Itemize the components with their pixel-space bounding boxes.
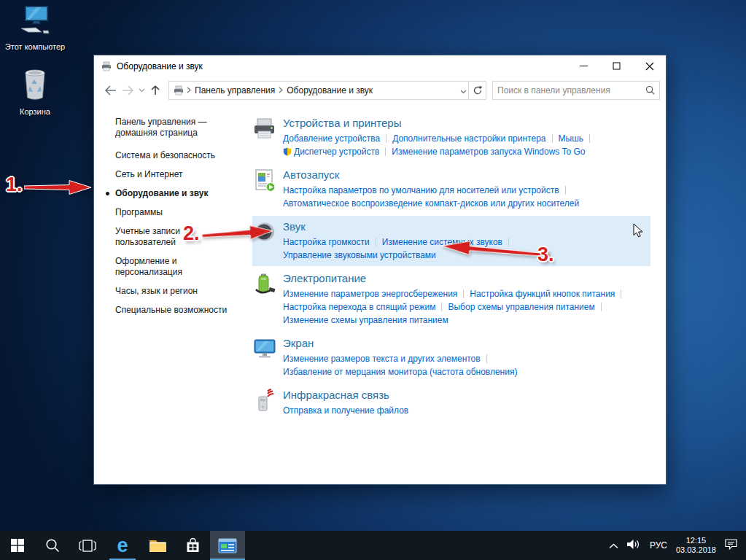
system-tray: РУС 12:15 03.03.2018 <box>609 531 746 560</box>
maximize-button[interactable] <box>600 55 633 77</box>
section-title[interactable]: Экран <box>283 336 517 351</box>
section-body: Инфракрасная связьОтправка и получение ф… <box>283 388 408 417</box>
section-link[interactable]: Изменение размеров текста и других элеме… <box>283 354 481 364</box>
control-panel-window: Оборудование и звук Панель управления Об… <box>93 55 667 485</box>
navigation-toolbar: Панель управления Оборудование и звук <box>94 77 666 104</box>
window-title: Оборудование и звук <box>117 61 567 71</box>
refresh-button[interactable] <box>469 81 486 100</box>
section-link[interactable]: Настройка функций кнопок питания <box>470 289 615 299</box>
section-link[interactable]: Мышь <box>559 133 584 144</box>
section-title[interactable]: Инфракрасная связь <box>283 388 408 402</box>
taskbar: e РУС 12:15 03.03.2018 <box>0 531 746 560</box>
search-box[interactable] <box>492 81 660 100</box>
sidebar-item-label: Оборудование и звук <box>115 188 209 198</box>
sidebar-item-label: Учетные записи пользователей <box>115 226 180 247</box>
section-title[interactable]: Автозапуск <box>283 168 579 182</box>
section-link-row: Автоматическое воспроизведение компакт-д… <box>283 197 579 210</box>
sidebar-item[interactable]: Часы, язык и регион <box>115 286 238 297</box>
section-link[interactable]: Избавление от мерцания монитора (частота… <box>283 367 517 377</box>
section-title[interactable]: Электропитание <box>283 271 627 286</box>
minimize-button[interactable] <box>567 55 600 77</box>
devices-printers-icon[interactable] <box>252 116 277 141</box>
taskbar-start-button[interactable] <box>0 531 35 560</box>
section-link[interactable]: Изменение схемы управления питанием <box>283 315 448 325</box>
section-link[interactable]: Автоматическое воспроизведение компакт-д… <box>283 198 579 209</box>
breadcrumb-hardware-sound[interactable]: Оборудование и звук <box>285 85 374 96</box>
section-body: ЭлектропитаниеИзменение параметров энерг… <box>283 271 627 327</box>
section-link[interactable]: Управление звуковыми устройствами <box>283 250 436 260</box>
sidebar-item[interactable]: Оборудование и звук <box>115 188 238 199</box>
sidebar-item[interactable]: Система и безопасность <box>115 150 238 161</box>
forward-button[interactable] <box>119 81 136 100</box>
desktop-icon-label: Этот компьютер <box>5 42 65 52</box>
section-link[interactable]: Отправка и получение файлов <box>283 405 408 416</box>
sidebar-item[interactable]: Сеть и Интернет <box>115 169 238 180</box>
taskbar-search-icon[interactable] <box>35 531 70 560</box>
address-dropdown-icon[interactable] <box>460 84 467 97</box>
section-display: ЭкранИзменение размеров текста и других … <box>252 336 658 378</box>
section-title[interactable]: Звук <box>283 219 515 234</box>
hidden-icons-chevron-icon[interactable] <box>609 539 618 552</box>
titlebar[interactable]: Оборудование и звук <box>94 55 666 77</box>
infrared-icon[interactable] <box>252 388 277 413</box>
breadcrumb-control-panel[interactable]: Панель управления <box>193 85 276 96</box>
sidebar-item[interactable]: Оформление и персонализация <box>115 256 238 278</box>
action-center-icon[interactable] <box>725 539 737 553</box>
display-icon[interactable] <box>252 336 277 361</box>
section-link-row: Изменение схемы управления питанием <box>283 314 627 327</box>
recent-pages-dropdown-icon[interactable] <box>136 81 147 100</box>
volume-icon[interactable] <box>627 539 641 553</box>
link-separator <box>376 238 376 246</box>
sidebar-item[interactable]: Программы <box>115 207 238 218</box>
section-link-row: Настройка перехода в спящий режимВыбор с… <box>283 300 627 314</box>
window-printer-icon <box>101 61 112 72</box>
section-link[interactable]: Настройка громкости <box>283 237 370 247</box>
section-link-row: Диспетчер устройствИзменение параметров … <box>283 145 596 158</box>
recycle-bin-icon <box>20 68 50 104</box>
desktop: Этот компьютерКорзина Оборудование и зву… <box>0 0 746 531</box>
link-separator <box>601 303 602 311</box>
taskbar-edge-icon[interactable]: e <box>105 531 140 560</box>
autoplay-icon[interactable] <box>252 168 277 192</box>
section-link[interactable]: Диспетчер устройств <box>294 147 379 157</box>
active-bullet-icon <box>106 192 109 195</box>
section-link-row: Отправка и получение файлов <box>283 404 408 417</box>
location-printer-icon <box>173 85 184 96</box>
section-devices-printers: Устройства и принтерыДобавление устройст… <box>252 116 658 158</box>
taskbar-file-explorer-icon[interactable] <box>140 531 175 560</box>
power-options-icon[interactable] <box>252 271 277 296</box>
section-link[interactable]: Выбор схемы управления питанием <box>448 302 594 312</box>
section-link[interactable]: Изменение параметров запуска Windows To … <box>392 147 585 157</box>
section-title[interactable]: Устройства и принтеры <box>283 116 596 131</box>
link-separator <box>441 303 442 311</box>
tray-time: 12:15 <box>676 536 716 545</box>
taskbar-task-view-icon[interactable] <box>70 531 105 560</box>
section-link[interactable]: Настройка перехода в спящий режим <box>283 302 435 312</box>
desktop-icon-recycle-bin[interactable]: Корзина <box>3 68 67 117</box>
address-bar[interactable]: Панель управления Оборудование и звук <box>168 81 469 100</box>
taskbar-store-icon[interactable] <box>175 531 210 560</box>
close-button[interactable] <box>633 55 666 77</box>
taskbar-control-panel-icon[interactable] <box>210 531 245 560</box>
up-button[interactable] <box>147 81 164 100</box>
section-link[interactable]: Настройка параметров по умолчанию для но… <box>283 185 559 195</box>
section-link[interactable]: Добавление устройства <box>283 133 380 144</box>
sidebar-item[interactable]: Специальные возможности <box>115 305 238 316</box>
section-link-row: Добавление устройстваДополнительные наст… <box>283 132 596 145</box>
desktop-icon-this-pc[interactable]: Этот компьютер <box>3 4 67 52</box>
search-input[interactable] <box>497 85 645 96</box>
sidebar-item[interactable]: Панель управления — домашняя страница <box>115 117 238 139</box>
section-body: ЭкранИзменение размеров текста и других … <box>283 336 517 378</box>
mouse-cursor <box>633 223 643 238</box>
section-link-row: Изменение параметров энергосбереженияНас… <box>283 287 627 300</box>
section-link[interactable]: Дополнительные настройки принтера <box>392 133 545 144</box>
search-icon <box>645 85 655 95</box>
language-indicator[interactable]: РУС <box>650 540 667 551</box>
link-separator <box>386 134 386 143</box>
clock[interactable]: 12:15 03.03.2018 <box>676 536 716 555</box>
sidebar-item-label: Оформление и персонализация <box>115 256 182 277</box>
back-button[interactable] <box>101 81 119 100</box>
step-3-label: 3. <box>537 244 554 266</box>
section-autoplay: АвтозапускНастройка параметров по умолча… <box>252 168 658 210</box>
section-link[interactable]: Изменение параметров энергосбережения <box>283 289 457 299</box>
